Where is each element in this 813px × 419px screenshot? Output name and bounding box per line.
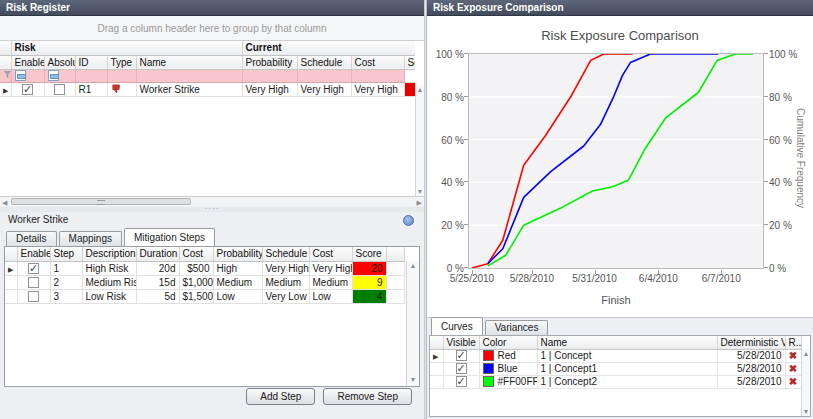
filter-funnel-icon[interactable] <box>3 70 11 79</box>
mitigation-row[interactable]: 2 Medium Risk 15d $1,000 Medium Medium M… <box>5 275 404 289</box>
filter-cell[interactable] <box>75 69 107 82</box>
col-probability[interactable]: Probability <box>242 55 297 69</box>
color-swatch[interactable] <box>483 376 494 387</box>
cost-cell[interactable]: $1,500 <box>179 289 213 303</box>
duration-cell[interactable]: 20d <box>136 261 179 275</box>
col-name[interactable]: Name <box>537 336 717 349</box>
score-cell[interactable]: 4 <box>352 289 386 303</box>
risk-id-cell[interactable]: R1 <box>75 82 107 96</box>
col-remove[interactable]: R... <box>785 336 801 349</box>
scrollbar-thumb[interactable] <box>11 198 191 205</box>
filter-cell[interactable] <box>297 69 351 82</box>
duration-cell[interactable]: 15d <box>136 275 179 289</box>
band-risk[interactable]: Risk <box>11 41 242 55</box>
curve-name-cell[interactable]: 1 | Concept1 <box>537 362 717 375</box>
col-visible[interactable]: Visible <box>443 336 479 349</box>
color-cell[interactable]: Blue <box>479 362 537 375</box>
tab-mappings[interactable]: Mappings <box>59 231 122 246</box>
mitigation-row[interactable]: ▶ 1 High Risk 20d $500 High Very High Ve… <box>5 261 404 275</box>
filter-cell[interactable] <box>136 69 242 82</box>
visible-cell[interactable] <box>443 362 479 375</box>
step-cell[interactable]: 1 <box>50 261 82 275</box>
col-duration[interactable]: Duration <box>136 247 179 261</box>
remove-cell[interactable]: ✖ <box>785 362 801 375</box>
cost2-cell[interactable]: Low <box>309 289 352 303</box>
col-description[interactable]: Description <box>82 247 136 261</box>
color-cell[interactable]: #FF00FF00 <box>479 375 537 388</box>
col-schedule[interactable]: Schedule <box>297 55 351 69</box>
absolute-checkbox[interactable] <box>54 84 65 95</box>
scroll-down-icon[interactable]: ▼ <box>802 407 810 416</box>
score-cell[interactable]: 9 <box>352 275 386 289</box>
curve-row[interactable]: Blue 1 | Concept1 5/28/2010 ✖ <box>430 362 801 375</box>
curve-row[interactable]: #FF00FF00 1 | Concept2 5/28/2010 ✖ <box>430 375 801 388</box>
col-score[interactable]: Score <box>352 247 386 261</box>
probability-cell[interactable]: Medium <box>213 275 262 289</box>
deterministic-value-cell[interactable]: 5/28/2010 <box>717 349 785 362</box>
risk-name-cell[interactable]: Worker Strike <box>136 82 242 96</box>
step-cell[interactable]: 2 <box>50 275 82 289</box>
remove-cell[interactable]: ✖ <box>785 375 801 388</box>
risk-row[interactable]: ▶ R1 Worker Strike Very High Very High V… <box>0 82 415 96</box>
col-schedule[interactable]: Schedule <box>262 247 309 261</box>
scroll-up-icon[interactable]: ▲ <box>407 261 419 272</box>
cost-cell[interactable]: $500 <box>179 261 213 275</box>
risk-type-cell[interactable] <box>107 82 136 96</box>
col-probability[interactable]: Probability <box>213 247 262 261</box>
cost-cell[interactable]: $1,000 <box>179 275 213 289</box>
filter-checkbox-icon[interactable] <box>15 70 26 81</box>
col-enabled[interactable]: Enabled <box>11 55 44 69</box>
description-cell[interactable]: High Risk <box>82 261 136 275</box>
col-cost2[interactable]: Cost <box>309 247 352 261</box>
col-color[interactable]: Color <box>479 336 537 349</box>
col-cost[interactable]: Cost <box>351 55 404 69</box>
scroll-up-icon[interactable]: ▲ <box>802 349 810 358</box>
enabled-checkbox[interactable] <box>28 263 39 274</box>
enabled-checkbox[interactable] <box>28 291 39 302</box>
curve-name-cell[interactable]: 1 | Concept <box>537 349 717 362</box>
cost2-cell[interactable]: Medium <box>309 275 352 289</box>
visible-cell[interactable] <box>443 349 479 362</box>
col-enabled[interactable]: Enabled <box>17 247 50 261</box>
filter-cell[interactable] <box>107 69 136 82</box>
duration-cell[interactable]: 5d <box>136 289 179 303</box>
score-cell[interactable]: 20 <box>352 261 386 275</box>
deterministic-value-cell[interactable]: 5/28/2010 <box>717 362 785 375</box>
col-name[interactable]: Name <box>136 55 242 69</box>
filter-cell[interactable] <box>404 69 415 82</box>
scroll-down-icon[interactable]: ▼ <box>407 375 419 386</box>
step-enabled-cell[interactable] <box>17 289 50 303</box>
col-type[interactable]: Type <box>107 55 136 69</box>
filter-cell[interactable] <box>242 69 297 82</box>
color-swatch[interactable] <box>483 363 494 374</box>
col-id[interactable]: ID <box>75 55 107 69</box>
col-cost[interactable]: Cost <box>179 247 213 261</box>
curves-vertical-scrollbar[interactable]: ▲ ▼ <box>801 349 810 416</box>
group-by-drop-zone[interactable]: Drag a column header here to group by th… <box>0 16 424 41</box>
color-swatch[interactable] <box>483 350 494 361</box>
curve-name-cell[interactable]: 1 | Concept2 <box>537 375 717 388</box>
visible-checkbox[interactable] <box>456 363 467 374</box>
delete-curve-icon[interactable]: ✖ <box>789 376 797 387</box>
deterministic-value-cell[interactable]: 5/28/2010 <box>717 375 785 388</box>
step-enabled-cell[interactable] <box>17 275 50 289</box>
mitigation-vertical-scrollbar[interactable]: ▲ ▼ <box>406 261 419 386</box>
scroll-right-icon[interactable]: ▶ <box>417 198 422 207</box>
add-step-button[interactable]: Add Step <box>246 388 315 405</box>
panel-pin-icon[interactable] <box>403 215 414 226</box>
schedule-cell[interactable]: Medium <box>262 275 309 289</box>
delete-curve-icon[interactable]: ✖ <box>789 350 797 361</box>
tab-mitigation-steps[interactable]: Mitigation Steps <box>124 228 215 246</box>
col-score[interactable]: Sc <box>404 55 415 69</box>
scroll-down-icon[interactable]: ▼ <box>416 187 424 196</box>
filter-cell[interactable] <box>351 69 404 82</box>
description-cell[interactable]: Medium Risk <box>82 275 136 289</box>
tab-variances[interactable]: Variances <box>485 320 549 335</box>
risk-grid-vertical-scrollbar[interactable]: ▲ ▼ <box>415 85 424 196</box>
col-step[interactable]: Step <box>50 247 82 261</box>
enabled-checkbox[interactable] <box>28 277 39 288</box>
schedule-cell[interactable]: Very Low <box>262 289 309 303</box>
visible-checkbox[interactable] <box>456 376 467 387</box>
step-enabled-cell[interactable] <box>17 261 50 275</box>
risk-cost-cell[interactable]: Very High <box>351 82 404 96</box>
